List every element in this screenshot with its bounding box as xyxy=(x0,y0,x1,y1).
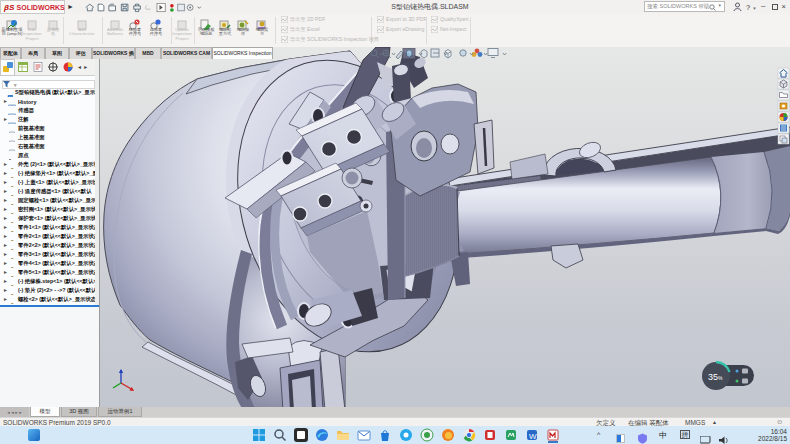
svg-text:W: W xyxy=(529,432,537,441)
